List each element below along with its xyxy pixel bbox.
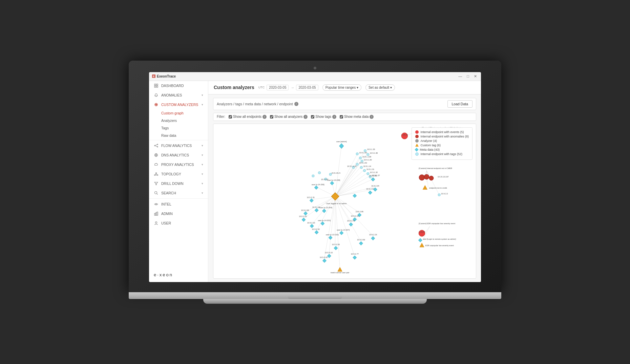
label-meta-5: 10.5.2.85 bbox=[356, 210, 363, 212]
label-extra-4: user [u-13-210] bbox=[326, 233, 339, 235]
node-alert-remote[interactable] bbox=[418, 238, 422, 242]
endpoints-info-icon[interactable]: i bbox=[262, 115, 267, 119]
node-meta-17[interactable] bbox=[315, 230, 318, 234]
tags-info-icon[interactable]: i bbox=[332, 115, 336, 119]
minimize-button[interactable]: — bbox=[457, 74, 463, 79]
node-user-13208[interactable] bbox=[330, 181, 334, 185]
node-meta-10[interactable] bbox=[353, 255, 357, 259]
node-extra-5[interactable] bbox=[340, 231, 343, 235]
window-controls[interactable]: — □ ✕ bbox=[457, 74, 478, 79]
sidebar-item-topology[interactable]: TOPOLOGY ▾ bbox=[149, 169, 208, 179]
load-data-button[interactable]: Load Data bbox=[447, 100, 472, 108]
node-extra-3[interactable] bbox=[321, 221, 324, 225]
node-endpoint-4[interactable] bbox=[367, 153, 369, 155]
flow-analytics-label: FLOW ANALYTICS bbox=[161, 144, 199, 148]
sidebar-sub-analyzers[interactable]: Analyzers bbox=[149, 117, 208, 124]
sidebar-sub-raw-data[interactable]: Raw data bbox=[149, 132, 208, 139]
edge bbox=[316, 196, 335, 231]
filter-icon bbox=[154, 181, 159, 186]
node-meta-11[interactable] bbox=[334, 246, 338, 250]
node-meta-3[interactable] bbox=[368, 191, 372, 194]
node-meta-14[interactable] bbox=[315, 208, 318, 212]
show-meta-checkbox[interactable] bbox=[340, 115, 343, 119]
sidebar-item-proxy-analytics[interactable]: PROXY ANALYTICS ▾ bbox=[149, 160, 208, 169]
node-meta-1[interactable] bbox=[371, 177, 375, 181]
node-endpoint-9[interactable] bbox=[363, 169, 365, 172]
node-cmdb-1[interactable] bbox=[419, 174, 425, 180]
node-meta-4[interactable] bbox=[353, 194, 357, 197]
edge bbox=[335, 173, 368, 196]
node-endpoint-cmdb2[interactable] bbox=[438, 193, 440, 196]
meta-info-icon[interactable]: i bbox=[370, 115, 374, 119]
analyzers-info-icon[interactable]: i bbox=[303, 115, 308, 119]
node-extra-ep-3[interactable] bbox=[318, 171, 320, 174]
show-analyzers-checkbox[interactable] bbox=[270, 115, 273, 119]
sidebar-item-custom-analyzers[interactable]: CUSTOM ANALYZERS ▾ bbox=[149, 100, 208, 109]
filter-label: Filter: bbox=[217, 115, 225, 119]
label-alert-remote: alert [Login to remote system as admin] bbox=[423, 238, 456, 240]
show-endpoints-checkbox[interactable] bbox=[229, 115, 232, 119]
node-cmdb-3[interactable] bbox=[429, 176, 434, 180]
node-user-14200[interactable] bbox=[314, 186, 318, 189]
divider-1 bbox=[149, 140, 208, 140]
sidebar-item-dashboard[interactable]: DASHBOARD bbox=[149, 81, 208, 90]
sidebar-item-dns-analytics[interactable]: DNS ANALYTICS ▾ bbox=[149, 150, 208, 160]
maximize-button[interactable]: □ bbox=[465, 74, 470, 79]
sidebar-item-anomalies[interactable]: ANOMALIES ▾ bbox=[149, 90, 208, 100]
node-meta-12[interactable] bbox=[310, 198, 313, 202]
label-meta-16: 10.5.2.16 bbox=[307, 222, 315, 224]
svg-line-12 bbox=[155, 145, 157, 146]
show-tags-checkbox[interactable] bbox=[311, 115, 314, 119]
node-meta-18[interactable] bbox=[327, 254, 331, 258]
node-match-server[interactable] bbox=[338, 267, 342, 271]
label-cmdb-ip: 10.15.13.197 bbox=[438, 176, 449, 178]
node-endpoint-8[interactable] bbox=[360, 166, 362, 168]
node-extra-1[interactable] bbox=[322, 209, 326, 213]
svg-rect-27 bbox=[156, 213, 157, 215]
node-endpoint-cmdb[interactable] bbox=[423, 185, 427, 189]
node-endpoint-2[interactable] bbox=[364, 149, 366, 152]
node-meta-7[interactable] bbox=[349, 222, 353, 226]
node-meta-16[interactable] bbox=[310, 224, 314, 228]
path-info-icon[interactable]: i bbox=[294, 102, 298, 106]
node-meta-19[interactable] bbox=[322, 259, 326, 262]
svg-point-23 bbox=[155, 191, 157, 194]
svg-point-29 bbox=[155, 221, 157, 223]
sidebar-item-user[interactable]: USER bbox=[149, 218, 208, 228]
label-user-13208: user [u-13-208] bbox=[327, 179, 340, 181]
screen: E ExeonTrace — □ ✕ DASHBOAR bbox=[149, 72, 481, 282]
node-meta-9[interactable] bbox=[359, 241, 363, 245]
set-as-default-button[interactable]: Set as default ▾ bbox=[365, 84, 395, 91]
node-extra-ep-4[interactable] bbox=[312, 174, 314, 177]
node-endpoint-3[interactable] bbox=[359, 156, 361, 159]
search-label: SEARCH bbox=[161, 191, 199, 195]
edge bbox=[335, 196, 340, 269]
sidebar-sub-custom-graph[interactable]: Custom graph bbox=[149, 109, 208, 117]
date-to[interactable]: 2020-03-05 bbox=[296, 85, 318, 90]
node-extra-4[interactable] bbox=[329, 236, 332, 239]
node-meta-15[interactable] bbox=[302, 218, 306, 221]
date-from[interactable]: 2020-03-05 bbox=[267, 85, 289, 90]
node-meta-13[interactable] bbox=[304, 211, 308, 215]
node-edr-triangle[interactable] bbox=[420, 243, 424, 247]
sidebar-item-intel[interactable]: INTEL bbox=[149, 199, 208, 209]
filter-bar: Filter: Show all endpoints i Show all an… bbox=[213, 113, 476, 121]
sidebar-item-search[interactable]: SEARCH ▾ bbox=[149, 188, 208, 198]
sidebar-item-drill-down[interactable]: DRILL DOWN ▾ bbox=[149, 179, 208, 188]
sidebar-sub-tags[interactable]: Tags bbox=[149, 124, 208, 132]
sidebar-item-flow-analytics[interactable]: FLOW ANALYTICS ▾ bbox=[149, 141, 208, 150]
main-content: Custom analyzers UTC 2020-03-05 → 2020-0… bbox=[208, 81, 481, 282]
label-meta-6: 10.5.2.14 bbox=[351, 215, 359, 217]
svg-marker-22 bbox=[154, 182, 158, 185]
node-cmdb-2[interactable] bbox=[424, 174, 429, 179]
node-endpoint-1[interactable] bbox=[356, 152, 358, 155]
graph-container[interactable]: Internal endpoint with events (5) Intern… bbox=[213, 124, 476, 279]
node-user-admin[interactable] bbox=[339, 143, 344, 148]
close-button[interactable]: ✕ bbox=[472, 74, 478, 79]
legend-dot-tags bbox=[415, 152, 419, 156]
svg-rect-4 bbox=[154, 86, 156, 87]
node-meta-8[interactable] bbox=[371, 236, 375, 240]
svg-point-11 bbox=[157, 146, 158, 147]
sidebar-item-admin[interactable]: ADMIN bbox=[149, 209, 208, 218]
popular-time-ranges-button[interactable]: Popular time ranges ▾ bbox=[322, 84, 361, 91]
